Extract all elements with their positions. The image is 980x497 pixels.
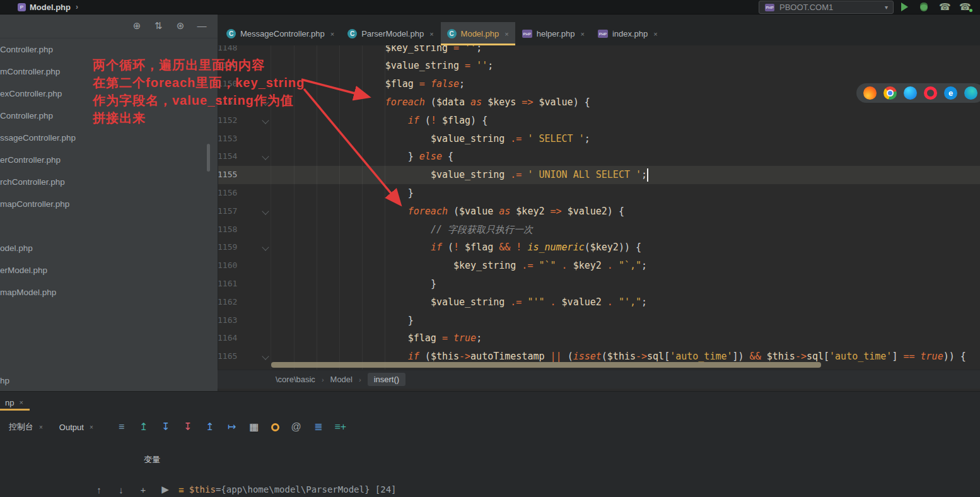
fold-marker[interactable] <box>262 353 269 360</box>
view-options-icon[interactable]: ≡ <box>115 420 129 434</box>
show-execution-point-icon[interactable]: ↥ <box>137 420 151 434</box>
tab-close-icon[interactable]: × <box>580 30 584 38</box>
navigate-up-icon[interactable]: ↑ <box>93 484 105 495</box>
project-tree-item[interactable]: Controller.php <box>0 111 53 122</box>
fold-marker[interactable] <box>262 244 269 251</box>
horizontal-scrollbar[interactable] <box>271 362 977 368</box>
debug-file-tab[interactable]: np × <box>0 395 23 410</box>
fold-marker[interactable] <box>262 208 269 214</box>
code-line-1151[interactable]: foreach ($data as $keys => $value) { <box>271 93 590 112</box>
editor-tab-parsermodel-php[interactable]: CParserModel.php× <box>341 22 440 45</box>
add-watch-icon[interactable]: + <box>137 484 149 495</box>
close-icon[interactable]: × <box>90 424 93 431</box>
project-tree-item[interactable]: exController.php <box>0 89 62 100</box>
close-icon[interactable]: × <box>39 424 43 431</box>
breadcrumb-item[interactable]: \core\basic <box>276 375 315 384</box>
settings-icon[interactable]: ⊛ <box>173 20 187 32</box>
variable-name[interactable]: $this <box>189 484 216 494</box>
tab-close-icon[interactable]: × <box>653 30 657 38</box>
editor-tab-helper-php[interactable]: PHPhelper.php× <box>516 22 591 45</box>
close-icon[interactable]: × <box>19 399 23 406</box>
code-line-1162[interactable]: $value_string .= "'" . $value2 . "',"; <box>271 293 647 312</box>
variables-pane-label[interactable]: 变量 <box>144 454 160 465</box>
code-line-1152[interactable]: if (! $flag) { <box>271 112 487 130</box>
code-line-1148[interactable]: $key_string = ''; <box>271 45 482 57</box>
editor-tab-messagecontroller-php[interactable]: CMessageController.php× <box>220 22 341 45</box>
console-tab[interactable]: 控制台 <box>9 421 33 433</box>
run-configuration-select[interactable]: PHP PBOOT.COM1 ▾ <box>759 1 894 14</box>
evaluate-icon[interactable]: ▶ <box>160 484 171 495</box>
project-tree-item[interactable]: erController.php <box>0 155 61 166</box>
output-tab[interactable]: Output <box>59 423 84 432</box>
breadcrumb-item[interactable]: Model <box>330 375 353 384</box>
line-number-1165[interactable]: 1165 <box>218 348 237 366</box>
line-number-1158[interactable]: 1158 <box>218 221 237 239</box>
code-line-1154[interactable]: } else { <box>271 148 453 166</box>
editor-tab-index-php[interactable]: PHPindex.php× <box>592 22 664 45</box>
code-line-1149[interactable]: $value_string = ''; <box>271 57 493 75</box>
code-line-1163[interactable]: } <box>271 312 414 330</box>
project-tree-item[interactable]: mapModel.php <box>0 288 56 298</box>
project-tree-item[interactable]: hp <box>0 376 9 387</box>
collapse-all-icon[interactable]: ⇅ <box>151 20 165 32</box>
code-line-1157[interactable]: foreach ($value as $key2 => $value2) { <box>271 202 624 221</box>
code-line-1156[interactable]: } <box>271 184 414 202</box>
line-number-1155[interactable]: 1155 <box>218 166 237 184</box>
code-line-1161[interactable]: } <box>271 275 436 293</box>
line-number-1163[interactable]: 1163 <box>218 312 237 330</box>
code-line-1164[interactable]: $flag = true; <box>271 329 482 348</box>
step-into-icon[interactable]: ↧ <box>159 420 173 434</box>
stop-listen-debug-icon[interactable]: ☎ <box>939 1 951 13</box>
project-tree-item[interactable]: odel.php <box>0 243 33 254</box>
breadcrumb-item[interactable]: insert() <box>368 373 405 386</box>
numbered-list-icon[interactable]: ≣ <box>312 420 325 434</box>
editor-tab-model-php[interactable]: CModel.php× <box>441 22 515 45</box>
edge-icon[interactable]: e <box>944 86 957 100</box>
view-as-table-icon[interactable]: ▦ <box>247 420 261 434</box>
code-line-1160[interactable]: $key_string .= "`" . $key2 . "`,"; <box>271 257 647 275</box>
tab-close-icon[interactable]: × <box>429 30 433 38</box>
add-to-watches-icon[interactable]: ≡+ <box>334 420 347 434</box>
chrome-icon[interactable] <box>884 86 897 100</box>
line-number-1152[interactable]: 1152 <box>218 112 237 130</box>
firefox-icon[interactable] <box>863 86 877 100</box>
tab-close-icon[interactable]: × <box>330 30 334 38</box>
project-tree-item[interactable]: Controller.php <box>0 45 53 56</box>
force-step-into-icon[interactable]: ↧ <box>181 420 195 434</box>
edge-dev-icon[interactable] <box>964 86 977 100</box>
code-line-1158[interactable]: // 字段获取只执行一次 <box>271 221 533 239</box>
line-number-1160[interactable]: 1160 <box>218 257 237 275</box>
debug-icon[interactable] <box>920 3 928 11</box>
fold-marker[interactable] <box>262 153 269 160</box>
tab-close-icon[interactable]: × <box>505 30 508 38</box>
line-number-1148[interactable]: 1148 <box>218 45 237 57</box>
line-number-1156[interactable]: 1156 <box>218 184 237 202</box>
code-line-1155[interactable]: $value_string .= ' UNION ALl SELECT '; <box>271 166 647 184</box>
line-number-1162[interactable]: 1162 <box>218 293 237 312</box>
navigate-down-icon[interactable]: ↓ <box>115 484 127 495</box>
horizontal-scrollbar-thumb[interactable] <box>271 362 821 368</box>
line-number-1161[interactable]: 1161 <box>218 275 237 293</box>
project-tree-item[interactable]: mController.php <box>0 67 60 78</box>
opera-icon[interactable] <box>924 86 937 100</box>
mention-icon[interactable]: @ <box>289 420 303 434</box>
tree-scrollbar[interactable] <box>207 144 210 172</box>
line-number-1154[interactable]: 1154 <box>218 148 237 166</box>
step-out-icon[interactable]: ↥ <box>203 420 217 434</box>
line-number-1157[interactable]: 1157 <box>218 202 237 221</box>
project-tree-item[interactable]: rchController.php <box>0 177 65 188</box>
code-line-1153[interactable]: $value_string .= ' SELECT '; <box>271 130 590 148</box>
safari-icon[interactable] <box>904 86 917 100</box>
line-number-1153[interactable]: 1153 <box>218 130 237 148</box>
hide-panel-icon[interactable]: — <box>195 20 209 32</box>
code-line-1159[interactable]: if (! $flag && ! is_numeric($key2)) { <box>271 238 641 257</box>
project-tree-item[interactable]: mapController.php <box>0 199 69 210</box>
line-number-1164[interactable]: 1164 <box>218 329 237 348</box>
run-to-cursor-icon[interactable]: ↦ <box>225 420 239 434</box>
fold-marker[interactable] <box>262 117 269 124</box>
line-number-1159[interactable]: 1159 <box>218 238 237 257</box>
coin-icon[interactable] <box>271 423 279 431</box>
locate-file-icon[interactable]: ⊕ <box>130 20 144 32</box>
listen-debug-connections-icon[interactable]: ☎ <box>959 1 971 13</box>
variable-value[interactable]: {app\home\model\ParserModel} [24] <box>221 484 396 494</box>
